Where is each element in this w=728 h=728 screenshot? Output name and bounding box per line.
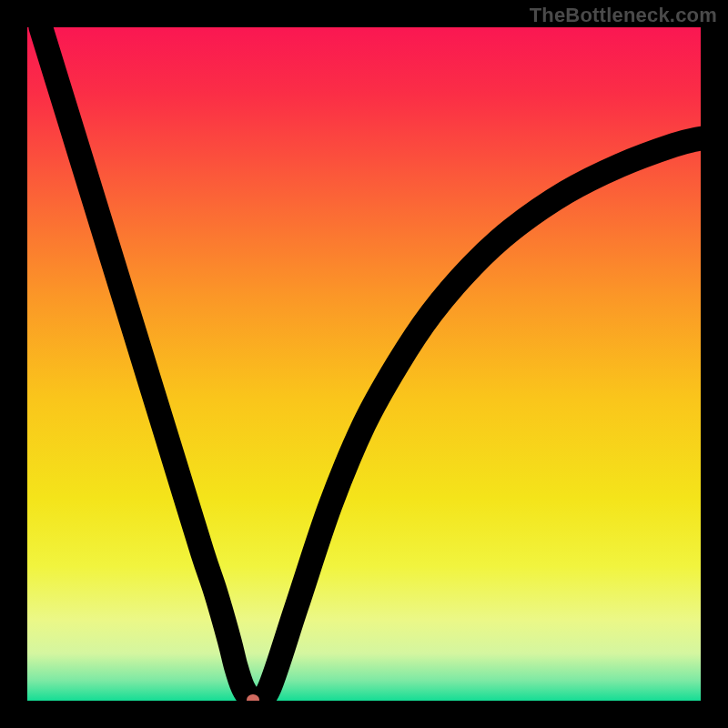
plot-area: [27, 27, 701, 701]
watermark-text: TheBottleneck.com: [530, 4, 717, 27]
curve-layer: [27, 27, 701, 701]
minimum-marker: [247, 694, 259, 701]
bottleneck-curve: [41, 27, 701, 701]
chart-stage: TheBottleneck.com: [0, 0, 728, 728]
